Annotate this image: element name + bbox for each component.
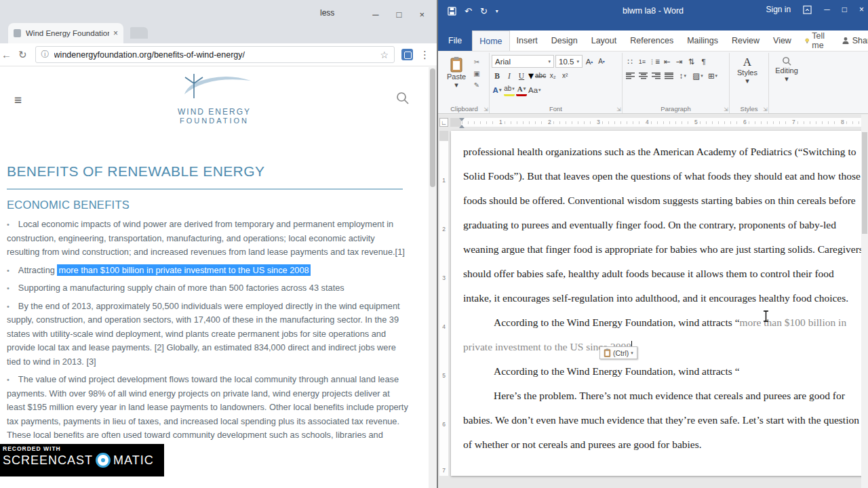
align-left-button[interactable] — [626, 73, 635, 79]
site-search-icon[interactable] — [396, 92, 410, 108]
webpage: ≡ WIND ENERGY FOUNDATION BENEFITS OF REN… — [0, 67, 429, 488]
back-icon[interactable]: ← — [1, 49, 12, 60]
tab-close-icon[interactable]: × — [113, 28, 118, 38]
decrease-indent-button[interactable]: ⇤ — [662, 56, 673, 68]
browser-menu-icon[interactable]: ⋮ — [420, 49, 430, 61]
superscript-button[interactable]: x² — [559, 70, 570, 82]
word-scrollbar[interactable] — [861, 115, 868, 488]
tab-design[interactable]: Design — [545, 30, 585, 51]
browser-tab[interactable]: Wind Energy Foundation × — [8, 23, 123, 43]
word-window: ↶ ↻ ▾ blwm la8 - Word Sign in ─ □ × File… — [438, 0, 868, 488]
logo-text-line2: FOUNDATION — [174, 117, 255, 125]
browser-close-icon[interactable]: × — [419, 9, 425, 20]
copy-button[interactable]: ▣ — [471, 68, 482, 78]
justify-button[interactable] — [665, 73, 673, 79]
tab-title: Wind Energy Foundation — [26, 29, 109, 37]
text-effects-button[interactable]: A▾ — [492, 84, 502, 96]
list-item: •Supporting a manufacturing supply chain… — [7, 281, 408, 296]
new-tab-button[interactable] — [130, 27, 148, 39]
info-icon[interactable]: ⓘ — [41, 49, 50, 60]
bookmark-star-icon[interactable]: ☆ — [380, 49, 389, 60]
tab-file[interactable]: File — [438, 30, 472, 51]
paste-button[interactable]: Paste ▾ — [441, 54, 471, 89]
multilevel-list-button[interactable]: ⋮≣ — [649, 56, 660, 68]
horizontal-ruler[interactable]: ∟ 1 2 3 4 5 6 7 8 — [438, 117, 861, 128]
paragraph-dialog-launcher-icon[interactable]: ⇲ — [724, 106, 728, 113]
increase-indent-button[interactable]: ⇥ — [674, 56, 685, 68]
font-dialog-launcher-icon[interactable]: ⇲ — [616, 106, 621, 113]
font-name-select[interactable]: Arial▾ — [492, 55, 554, 68]
font-color-button[interactable]: A▾ — [516, 84, 527, 96]
reload-icon[interactable]: ↻ — [18, 49, 27, 61]
sign-in-link[interactable]: Sign in — [766, 5, 791, 14]
document-page[interactable]: professional health organizations such a… — [451, 131, 868, 476]
borders-button[interactable]: ⊞▾ — [707, 70, 718, 82]
align-center-button[interactable] — [639, 73, 648, 79]
cut-button[interactable]: ✂ — [471, 57, 482, 66]
editing-button[interactable]: Editing ▾ — [771, 54, 802, 83]
change-case-button[interactable]: Aa▾ — [528, 84, 541, 96]
word-restore-icon[interactable]: □ — [842, 5, 847, 14]
paragraph-group-label: Paragraph — [623, 105, 729, 113]
browser-scrollbar[interactable] — [429, 67, 437, 488]
ribbon: Paste ▾ ✂ ▣ ✎ Clipboard ⇲ Arial▾ 10.5▾ — [438, 52, 868, 114]
word-minimize-icon[interactable]: ─ — [824, 5, 830, 14]
doc-paragraph[interactable]: According to the Wind Energy Foundation,… — [463, 359, 863, 384]
site-menu-icon[interactable]: ≡ — [14, 93, 22, 108]
browser-toolbar: ← ↻ ⓘ windenergyfoundation.org/benefits-… — [0, 43, 437, 66]
shrink-font-button[interactable]: A▾ — [596, 56, 607, 68]
tab-layout[interactable]: Layout — [585, 30, 624, 51]
tab-stop-selector[interactable]: ∟ — [439, 118, 448, 127]
person-icon — [842, 37, 850, 45]
watermark-brand-left: SCREENCAST — [3, 453, 93, 468]
format-painter-button[interactable]: ✎ — [471, 80, 482, 89]
subscript-button[interactable]: x₂ — [547, 70, 558, 82]
shading-button[interactable]: ▨▾ — [692, 70, 703, 82]
line-spacing-button[interactable]: ↕▾ — [677, 70, 688, 82]
vertical-ruler[interactable]: 1 2 3 4 5 6 7 — [439, 131, 448, 476]
bullet-list-button[interactable]: ∷ — [625, 56, 635, 68]
tab-home[interactable]: Home — [472, 30, 509, 51]
word-scrollbar-thumb[interactable] — [862, 132, 867, 234]
tell-me-box[interactable]: Tell me — [798, 30, 835, 51]
url-text[interactable]: windenergyfoundation.org/benefits-of-win… — [54, 50, 376, 60]
word-close-icon[interactable]: × — [859, 5, 864, 14]
tab-view[interactable]: View — [766, 30, 798, 51]
strikethrough-button[interactable]: abc — [535, 70, 546, 82]
screen-recorder-watermark: RECORDED WITH SCREENCAST MATIC — [0, 444, 164, 476]
font-size-select[interactable]: 10.5▾ — [555, 55, 583, 68]
underline-button[interactable]: U — [516, 70, 527, 82]
share-button[interactable]: Share — [835, 30, 868, 51]
grow-font-button[interactable]: A▴ — [584, 56, 595, 68]
styles-button[interactable]: A Styles ▾ — [732, 54, 763, 85]
show-formatting-button[interactable]: ¶ — [698, 56, 709, 68]
align-right-button[interactable] — [652, 73, 660, 79]
numbered-list-button[interactable]: 1≡ — [637, 56, 648, 68]
tab-mailings[interactable]: Mailings — [680, 30, 725, 51]
browser-maximize-icon[interactable]: □ — [397, 9, 402, 20]
doc-paragraph[interactable]: According to the Wind Energy Foundation,… — [463, 310, 863, 359]
clipboard-dialog-launcher-icon[interactable]: ⇲ — [484, 106, 488, 113]
styles-dialog-launcher-icon[interactable]: ⇲ — [763, 106, 768, 113]
browser-window: less ─ □ × Wind Energy Foundation × ← ↻ … — [0, 0, 437, 488]
italic-button[interactable]: I — [504, 70, 515, 82]
chevron-down-icon[interactable]: ▾ — [528, 69, 534, 82]
tab-review[interactable]: Review — [725, 30, 766, 51]
site-logo[interactable]: WIND ENERGY FOUNDATION — [174, 71, 255, 125]
ribbon-display-options-icon[interactable] — [803, 5, 812, 14]
browser-minimize-icon[interactable]: ─ — [372, 9, 378, 20]
doc-paragraph[interactable]: professional health organizations such a… — [463, 140, 863, 310]
extension-icon[interactable] — [401, 49, 413, 60]
doc-paragraph[interactable]: Here’s the problem. There’s not much evi… — [463, 384, 863, 457]
tab-insert[interactable]: Insert — [510, 30, 545, 51]
bold-button[interactable]: B — [492, 70, 502, 82]
address-bar[interactable]: ⓘ windenergyfoundation.org/benefits-of-w… — [35, 46, 395, 63]
hanging-indent-marker[interactable] — [459, 122, 465, 128]
text-highlight-button[interactable]: ab▾ — [504, 84, 515, 96]
browser-scrollbar-thumb[interactable] — [430, 68, 435, 187]
selected-text[interactable]: more than $100 billion in private invest… — [57, 264, 310, 276]
document-text[interactable]: professional health organizations such a… — [451, 131, 868, 457]
tab-references[interactable]: References — [623, 30, 680, 51]
sort-button[interactable]: ⇅ — [686, 56, 697, 68]
paste-options-button[interactable]: (Ctrl) ▾ — [599, 346, 637, 359]
